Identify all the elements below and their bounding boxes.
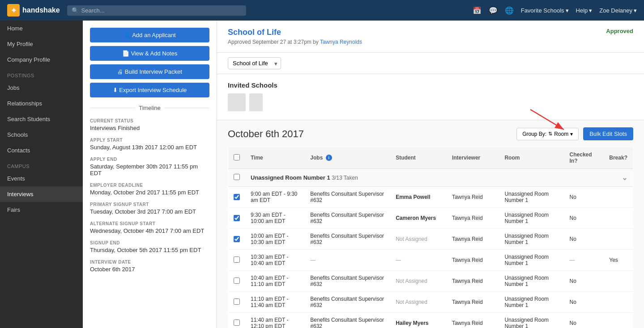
row-checkbox[interactable] <box>234 320 240 326</box>
invited-schools-thumbnails <box>228 93 633 113</box>
user-menu-link[interactable]: Zoe Delaney ▾ <box>599 7 637 14</box>
school-approval-meta: Approved September 27 at 3:27pm by Tawny… <box>228 39 362 45</box>
sidebar-item-my-profile[interactable]: My Profile <box>0 36 83 52</box>
row-job: Benefits Consultant Supervisor #632 <box>305 271 390 292</box>
row-job: — <box>305 250 390 271</box>
sidebar-item-relationships[interactable]: Relationships <box>0 96 83 111</box>
apply-start-block: APPLY START Sunday, August 13th 2017 12:… <box>90 138 209 151</box>
interview-date-value: October 6th 2017 <box>90 266 209 273</box>
export-interview-schedule-button[interactable]: ⬇ Export Interview Schedule <box>90 83 209 97</box>
room-header-checkbox-cell <box>228 169 246 187</box>
signup-end-label: SIGNUP END <box>90 240 209 245</box>
th-checkbox <box>228 147 246 169</box>
build-interview-packet-button[interactable]: 🖨 Build Interview Packet <box>90 64 209 79</box>
sidebar-item-home[interactable]: Home <box>0 21 83 36</box>
row-checkbox[interactable] <box>234 257 240 263</box>
timeline-divider: Timeline <box>90 105 209 111</box>
favorite-schools-link[interactable]: Favorite Schools ▾ <box>521 7 569 14</box>
th-student: Student <box>390 147 447 169</box>
row-checkbox-cell <box>228 313 246 328</box>
sidebar-item-interviews[interactable]: Interviews <box>0 186 83 202</box>
print-icon: 🖨 <box>117 68 125 75</box>
row-time: 11:40 am EDT - 12:10 pm EDT <box>245 313 305 328</box>
employer-deadline-value: Monday, October 2nd 2017 11:55 pm EDT <box>90 189 209 196</box>
th-room: Room <box>499 147 564 169</box>
sidebar-item-events[interactable]: Events <box>0 171 83 186</box>
room-group-checkbox[interactable] <box>234 174 240 180</box>
sort-icon: ⇅ <box>548 131 552 137</box>
row-break <box>604 187 633 208</box>
top-nav-right: 📅 💬 🌐 Favorite Schools ▾ Help ▾ Zoe Dela… <box>473 6 637 15</box>
employer-deadline-label: EMPLOYER DEADLINE <box>90 183 209 188</box>
sidebar-item-fairs[interactable]: Fairs <box>0 202 83 218</box>
row-interviewer: Tawnya Reid <box>447 271 499 292</box>
select-all-checkbox[interactable] <box>234 154 240 160</box>
th-interviewer: Interviewer <box>447 147 499 169</box>
row-student: Hailey Myers <box>390 313 447 328</box>
search-input[interactable] <box>81 7 242 14</box>
room-group-collapse[interactable]: ⌄ <box>604 169 633 187</box>
row-checkbox[interactable] <box>234 215 240 221</box>
help-link[interactable]: Help ▾ <box>576 7 593 14</box>
school-dropdown[interactable]: School of Life <box>228 57 281 69</box>
chat-icon[interactable]: 💬 <box>489 6 498 15</box>
calendar-icon[interactable]: 📅 <box>473 6 482 15</box>
dropdown-wrapper: School of Life <box>228 57 281 69</box>
add-applicant-button[interactable]: 👤 Add an Applicant <box>90 28 209 42</box>
row-time: 10:00 am EDT - 10:30 am EDT <box>245 229 305 250</box>
row-checkbox-cell <box>228 250 246 271</box>
search-bar[interactable]: 🔍 <box>67 5 246 16</box>
row-break <box>604 292 633 313</box>
interview-date-label: INTERVIEW DATE <box>90 260 209 265</box>
timeline-label: Timeline <box>139 105 161 111</box>
row-time: 10:40 am EDT - 11:10 am EDT <box>245 271 305 292</box>
main-content: 👤 Add an Applicant 📄 View & Add Notes 🖨 … <box>83 21 644 328</box>
search-icon: 🔍 <box>72 7 79 14</box>
chevron-down-icon: ▾ <box>589 7 592 14</box>
jobs-info-icon[interactable]: i <box>326 155 332 161</box>
school-name[interactable]: School of Life <box>228 28 362 37</box>
sidebar-item-search-students[interactable]: Search Students <box>0 111 83 127</box>
group-by-button[interactable]: Group By: ⇅ Room ▾ <box>516 128 579 140</box>
row-room: Unassigned Room Number 1 <box>499 313 564 328</box>
approved-by-link[interactable]: Tawnya Reynolds <box>320 39 362 45</box>
divider-line-right <box>164 108 209 108</box>
row-checkbox[interactable] <box>234 299 240 305</box>
row-arrow-annotation <box>228 214 231 223</box>
apply-start-label: APPLY START <box>90 138 209 143</box>
row-job: Benefits Consultant Supervisor #632 <box>305 208 390 229</box>
current-status-label: CURRENT STATUS <box>90 118 209 123</box>
th-break: Break? <box>604 147 633 169</box>
row-interviewer: Tawnya Reid <box>447 229 499 250</box>
chevron-down-icon: ▾ <box>570 131 573 137</box>
globe-icon[interactable]: 🌐 <box>505 6 514 15</box>
apply-end-label: APPLY END <box>90 157 209 162</box>
app-logo[interactable]: ✦ handshake <box>7 4 60 17</box>
chevron-down-icon: ▾ <box>634 7 637 14</box>
sidebar-item-jobs[interactable]: Jobs <box>0 80 83 96</box>
sidebar-item-contacts[interactable]: Contacts <box>0 143 83 158</box>
row-room: Unassigned Room Number 1 <box>499 271 564 292</box>
table-row: 11:40 am EDT - 12:10 pm EDTBenefits Cons… <box>228 313 633 328</box>
right-panel: School of Life Approved September 27 at … <box>217 21 644 328</box>
row-break <box>604 229 633 250</box>
primary-signup-label: PRIMARY SIGNUP START <box>90 202 209 207</box>
interview-date-block: INTERVIEW DATE October 6th 2017 <box>90 260 209 273</box>
row-checkbox[interactable] <box>234 278 240 284</box>
logo-text: handshake <box>22 6 60 14</box>
row-checked-in: No <box>564 229 604 250</box>
sidebar-item-company-profile[interactable]: Company Profile <box>0 52 83 67</box>
row-checkbox[interactable] <box>234 236 240 242</box>
bulk-edit-slots-button[interactable]: Bulk Edit Slots <box>583 127 633 140</box>
row-room: Unassigned Room Number 1 <box>499 229 564 250</box>
sidebar-item-schools[interactable]: Schools <box>0 127 83 143</box>
schedule-table: Time Jobs i Student Interviewer Room Che… <box>228 147 633 328</box>
signup-end-value: Thursday, October 5th 2017 11:55 pm EDT <box>90 247 209 253</box>
row-student: Not Assigned <box>390 271 447 292</box>
view-add-notes-button[interactable]: 📄 View & Add Notes <box>90 46 209 61</box>
row-checkbox[interactable] <box>234 194 240 200</box>
left-panel: 👤 Add an Applicant 📄 View & Add Notes 🖨 … <box>83 21 217 328</box>
row-interviewer: Tawnya Reid <box>447 187 499 208</box>
row-job: Benefits Consultant Supervisor #632 <box>305 229 390 250</box>
row-checkbox-cell <box>228 271 246 292</box>
